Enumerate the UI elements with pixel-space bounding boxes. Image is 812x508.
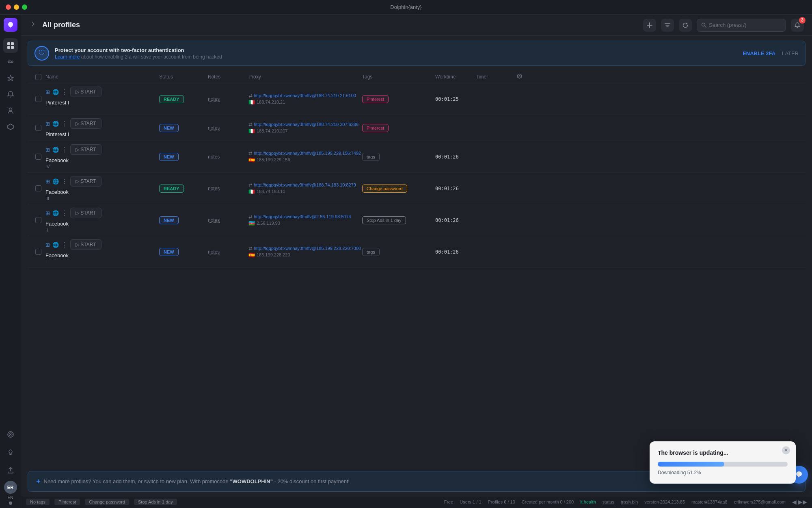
start-button[interactable]: ▷ START <box>70 239 102 250</box>
free-label: Free <box>444 499 454 504</box>
start-button[interactable]: ▷ START <box>70 87 102 97</box>
sidebar-item-fingerprint[interactable] <box>3 427 18 442</box>
sidebar-item-links[interactable] <box>3 54 18 69</box>
main-content: All profiles <box>21 15 812 508</box>
close-dialog-button[interactable]: ✕ <box>782 446 790 454</box>
row-checkbox[interactable] <box>35 217 41 223</box>
nav-arrows: ◀ ▶▶ <box>792 499 807 505</box>
profiles-count: Profiles 6 / 10 <box>488 499 515 504</box>
add-profile-button[interactable] <box>643 19 656 32</box>
table-row: ⊞ 🌐 ⋮ ▷ START Facebook II NEW notes ⇄htt… <box>28 204 806 236</box>
expand-icon[interactable] <box>29 20 37 30</box>
status-link[interactable]: status <box>603 499 614 504</box>
start-button[interactable]: ▷ START <box>70 176 102 187</box>
filter-change-password[interactable]: Change password <box>85 499 129 505</box>
filter-no-tags[interactable]: No tags <box>26 499 50 505</box>
tag-pill[interactable]: Pinterest <box>362 124 389 132</box>
windows-icon: ⊞ <box>45 210 50 216</box>
profile-sub: I <box>45 259 159 264</box>
update-dialog: ✕ The browser is updating... Downloading… <box>650 441 796 484</box>
profile-menu-dots[interactable]: ⋮ <box>61 146 68 154</box>
table-row: ⊞ 🌐 ⋮ ▷ START Facebook I NEW notes ⇄http… <box>28 236 806 268</box>
sidebar-item-export[interactable] <box>3 463 18 478</box>
sidebar-item-automation[interactable] <box>3 71 18 85</box>
filter-button[interactable] <box>661 19 674 32</box>
row-checkbox[interactable] <box>35 185 41 191</box>
notes-link[interactable]: notes <box>208 96 220 102</box>
windows-icon: ⊞ <box>45 178 50 185</box>
profile-menu-dots[interactable]: ⋮ <box>61 88 68 96</box>
notes-link[interactable]: notes <box>208 186 220 191</box>
status-badge: NEW <box>159 153 179 161</box>
profile-title: Facebook <box>45 189 159 195</box>
learn-more-link[interactable]: Learn more <box>55 54 80 60</box>
row-checkbox[interactable] <box>35 249 41 255</box>
profile-menu-dots[interactable]: ⋮ <box>61 178 68 185</box>
tag-stop-ads[interactable]: Stop Ads in 1 day <box>362 216 406 224</box>
health-link[interactable]: it.health <box>580 499 596 504</box>
tag-pill[interactable]: Pinterest <box>362 95 389 103</box>
proxy-cell: ⇄http://tqqpqybt:xwmhay3fmffv@188.74.183… <box>248 182 362 195</box>
notifications-button[interactable]: 3 <box>791 19 804 32</box>
status-badge: NEW <box>159 124 179 132</box>
start-button[interactable]: ▷ START <box>70 208 102 218</box>
row-checkbox[interactable] <box>35 154 41 160</box>
filter-pinterest[interactable]: Pinterest <box>54 499 80 505</box>
tag-pill[interactable]: tags <box>362 248 380 256</box>
header-actions: Search (press /) 3 <box>643 19 804 32</box>
profile-menu-dots[interactable]: ⋮ <box>61 209 68 217</box>
notes-link[interactable]: notes <box>208 154 220 160</box>
tag-pill[interactable]: tags <box>362 153 380 161</box>
table-header: Name Status Notes Proxy Tags Worktime Ti… <box>28 71 806 83</box>
start-button[interactable]: ▷ START <box>70 144 102 155</box>
users-count: Users 1 / 1 <box>460 499 481 504</box>
filter-stop-ads[interactable]: Stop Ads in 1 day <box>134 499 177 505</box>
maximize-dot[interactable] <box>22 4 27 10</box>
refresh-button[interactable] <box>679 19 692 32</box>
avatar[interactable]: ER <box>4 481 17 494</box>
sidebar-item-users[interactable] <box>3 103 18 118</box>
progress-bar-background <box>658 462 788 467</box>
table-row: ⊞ 🌐 ⋮ ▷ START Pinterest I I READY notes … <box>28 83 806 115</box>
sidebar-item-notifications[interactable] <box>3 87 18 102</box>
notes-link[interactable]: notes <box>208 125 220 131</box>
tag-pill[interactable]: Change password <box>362 185 407 193</box>
nav-next[interactable]: ▶▶ <box>798 499 807 505</box>
sidebar-item-profiles[interactable] <box>3 38 18 53</box>
start-button[interactable]: ▷ START <box>70 118 102 129</box>
status-badge: NEW <box>159 248 179 256</box>
sidebar-item-extensions[interactable] <box>3 119 18 134</box>
update-title: The browser is updating... <box>658 449 788 456</box>
profile-menu-dots[interactable]: ⋮ <box>61 120 68 128</box>
later-button[interactable]: LATER <box>782 50 799 56</box>
worktime: 00:01:25 <box>435 96 476 102</box>
row-checkbox[interactable] <box>35 125 41 131</box>
profile-title: Facebook <box>45 157 159 163</box>
progress-bar-fill <box>658 462 724 467</box>
notes-link[interactable]: notes <box>208 249 220 255</box>
proxy-cell: ⇄http://tqqpqybt:xwmhay3fmffv@2.56.119.9… <box>248 214 362 226</box>
status-badge: READY <box>159 185 184 193</box>
profile-menu-dots[interactable]: ⋮ <box>61 241 68 249</box>
search-bar[interactable]: Search (press /) <box>697 19 786 32</box>
status-bar-info: Free Users 1 / 1 Profiles 6 / 10 Created… <box>444 499 807 505</box>
minimize-dot[interactable] <box>14 4 19 10</box>
language-badge[interactable]: EN <box>8 495 13 500</box>
svg-point-4 <box>9 108 12 111</box>
table-row: ⊞ 🌐 ⋮ ▷ START Facebook III READY notes ⇄… <box>28 173 806 204</box>
row-checkbox[interactable] <box>35 96 41 102</box>
svg-rect-1 <box>11 42 14 45</box>
profile-title: Facebook <box>45 221 159 227</box>
titlebar: Dolphin{anty} <box>0 0 812 15</box>
profile-name-cell: ⊞ 🌐 ⋮ ▷ START Facebook I <box>45 239 159 264</box>
proxy-cell: ⇄http://tqqpqybt:xwmhay3fmffv@188.74.210… <box>248 93 362 105</box>
select-all-checkbox[interactable] <box>35 74 41 80</box>
trash-link[interactable]: trash.bin <box>621 499 638 504</box>
notes-link[interactable]: notes <box>208 217 220 223</box>
nav-prev[interactable]: ◀ <box>792 499 797 505</box>
2fa-banner: 🛡 Protect your account with two-factor a… <box>28 41 806 66</box>
enable-2fa-button[interactable]: ENABLE 2FA <box>743 50 775 56</box>
profile-name-cell: ⊞ 🌐 ⋮ ▷ START Facebook III <box>45 176 159 201</box>
close-dot[interactable] <box>6 4 11 10</box>
sidebar-item-tips[interactable] <box>3 445 18 460</box>
